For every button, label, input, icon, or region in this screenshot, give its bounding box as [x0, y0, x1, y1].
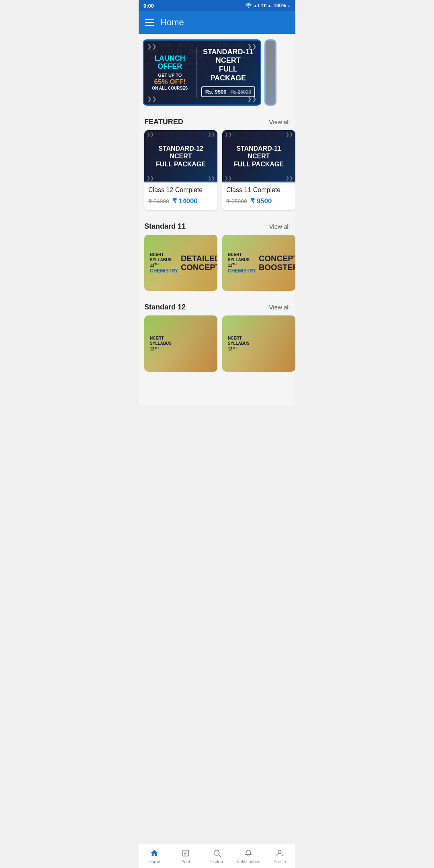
featured-card-1-discounted-price: ₹ 14000 — [172, 197, 198, 205]
on-all-text: ON ALL COURSES — [148, 86, 192, 90]
featured-card-1-image: N₂ + 3H₂ → 2NH₃ | CH₄ + O₂ → CO₂ | H₂SO₄… — [144, 130, 217, 182]
featured-card-2-overlay: STANDARD-11NCERTFULL PACKAGE — [231, 141, 287, 171]
percent-off-text: 65% OFF! — [148, 78, 192, 86]
std11-card-1-left: NCERTSYLLABUS11th CHEMISTRY — [148, 250, 181, 275]
std11-card-1-subject: CHEMISTRY — [150, 268, 179, 274]
std11-card-1-label: NCERTSYLLABUS11th — [150, 252, 179, 268]
std11-card-2-content: NCERTSYLLABUS11th CHEMISTRY CONCEPTBOOST… — [222, 235, 295, 291]
standard12-title: Standard 12 — [144, 303, 186, 311]
main-content: H₂O + NaOH → Na₂CO₃ + H₂ | CH₃COOH + NaO… — [139, 34, 295, 405]
featured-section-header: FEATURED View all — [139, 111, 295, 130]
featured-card-1-prices: ₹ 34000 ₹ 14000 — [148, 197, 213, 205]
featured-card-2-body: Class 11 Complete ₹ 25000 ₹ 9500 — [222, 182, 295, 210]
std12-card-1-label: NCERTSYLLABUS12th — [150, 336, 179, 352]
featured-view-all[interactable]: View all — [269, 119, 290, 125]
battery-level: 100% — [274, 3, 286, 8]
get-up-text: GET UP TO — [148, 72, 192, 78]
standard11-title: Standard 11 — [144, 222, 186, 231]
banner-container: H₂O + NaOH → Na₂CO₃ + H₂ | CH₃COOH + NaO… — [143, 39, 291, 106]
banner-left: LAUNCHOFFER GET UP TO 65% OFF! ON ALL CO… — [144, 51, 196, 94]
featured-card-2-name: Class 11 Complete — [226, 186, 291, 194]
banner-card[interactable]: H₂O + NaOH → Na₂CO₃ + H₂ | CH₃COOH + NaO… — [143, 39, 261, 106]
featured-card-1-overlay: STANDARD-12NCERTFULL PACKAGE — [153, 141, 209, 171]
featured-card-1-body: Class 12 Complete ₹ 34000 ₹ 14000 — [144, 182, 217, 210]
featured-card-2[interactable]: N₂ + 3H₂ → 2NH₃ | CH₄ + O₂ → CO₂ | H₂SO₄… — [222, 130, 295, 210]
package-title: STANDARD-11NCERTFULL PACKAGE — [201, 48, 256, 82]
banner-section: H₂O + NaOH → Na₂CO₃ + H₂ | CH₃COOH + NaO… — [139, 34, 295, 111]
std11-card-2-left: NCERTSYLLABUS11th CHEMISTRY — [226, 250, 259, 275]
std11-card-2-subject: CHEMISTRY — [228, 268, 257, 274]
std11-card-1-right: DETAILEDCONCEPT — [181, 254, 213, 272]
standard12-cards-scroll: NCERTSYLLABUS12th NCERTSYLLABUS12th S — [139, 315, 295, 377]
std12-card-1-left: NCERTSYLLABUS12th — [148, 334, 181, 353]
featured-card-2-original-price: ₹ 25000 — [226, 198, 247, 205]
header-title: Home — [160, 17, 184, 28]
status-right: ▲LTE▲ 100% ○ — [245, 3, 291, 8]
price-new: Rs. 9500 — [205, 89, 227, 95]
std11-card-2-type: CONCEPTBOOSTER — [259, 254, 291, 272]
standard11-view-all[interactable]: View all — [269, 223, 290, 230]
std12-card-2-left: NCERTSYLLABUS12th — [226, 334, 259, 353]
banner-right: STANDARD-11NCERTFULL PACKAGE Rs. 9500 Rs… — [197, 44, 260, 101]
menu-button[interactable] — [145, 19, 154, 26]
std11-card-1-content: NCERTSYLLABUS11th CHEMISTRY DETAILEDCONC… — [144, 235, 217, 291]
std11-card-1[interactable]: NCERTSYLLABUS11th CHEMISTRY DETAILEDCONC… — [144, 235, 217, 291]
std12-card-2-label: NCERTSYLLABUS12th — [228, 336, 257, 352]
std12-card-1-content: NCERTSYLLABUS12th — [144, 315, 217, 372]
std11-card-2[interactable]: NCERTSYLLABUS11th CHEMISTRY CONCEPTBOOST… — [222, 235, 295, 291]
status-bar: 9:00 ▲LTE▲ 100% ○ — [139, 0, 295, 11]
featured-card-1-original-price: ₹ 34000 — [148, 198, 169, 205]
launch-offer-text: LAUNCHOFFER — [148, 55, 192, 71]
wifi-icon — [245, 3, 252, 8]
std11-card-2-right: CONCEPTBOOSTER — [259, 254, 291, 272]
std12-card-2-content: NCERTSYLLABUS12th — [222, 315, 295, 372]
featured-card-2-image: N₂ + 3H₂ → 2NH₃ | CH₄ + O₂ → CO₂ | H₂SO₄… — [222, 130, 295, 182]
price-old: Rs 25000 — [231, 89, 251, 95]
std11-card-2-label: NCERTSYLLABUS11th — [228, 252, 257, 268]
standard11-cards-scroll: NCERTSYLLABUS11th CHEMISTRY DETAILEDCONC… — [139, 235, 295, 297]
std11-card-1-type: DETAILEDCONCEPT — [181, 254, 213, 272]
featured-card-1-name: Class 12 Complete — [148, 186, 213, 194]
featured-card-2-discounted-price: ₹ 9500 — [250, 197, 272, 205]
featured-card-2-prices: ₹ 25000 ₹ 9500 — [226, 197, 291, 205]
status-time: 9:00 — [143, 3, 154, 9]
battery-icon: ○ — [288, 3, 291, 8]
std12-card-1[interactable]: NCERTSYLLABUS12th — [144, 315, 217, 372]
price-box: Rs. 9500 Rs 25000 — [201, 86, 255, 97]
banner-card-partial — [264, 39, 276, 106]
standard11-section-header: Standard 11 View all — [139, 216, 295, 235]
app-header: Home — [139, 11, 295, 34]
signal-icon: ▲LTE▲ — [253, 3, 272, 8]
standard12-view-all[interactable]: View all — [269, 304, 290, 311]
std12-card-2[interactable]: NCERTSYLLABUS12th — [222, 315, 295, 372]
standard12-section-header: Standard 12 View all — [139, 297, 295, 315]
featured-title: FEATURED — [144, 118, 183, 126]
featured-cards-scroll: N₂ + 3H₂ → 2NH₃ | CH₄ + O₂ → CO₂ | H₂SO₄… — [139, 130, 295, 216]
banner-content: LAUNCHOFFER GET UP TO 65% OFF! ON ALL CO… — [144, 41, 260, 104]
featured-card-1[interactable]: N₂ + 3H₂ → 2NH₃ | CH₄ + O₂ → CO₂ | H₂SO₄… — [144, 130, 217, 210]
